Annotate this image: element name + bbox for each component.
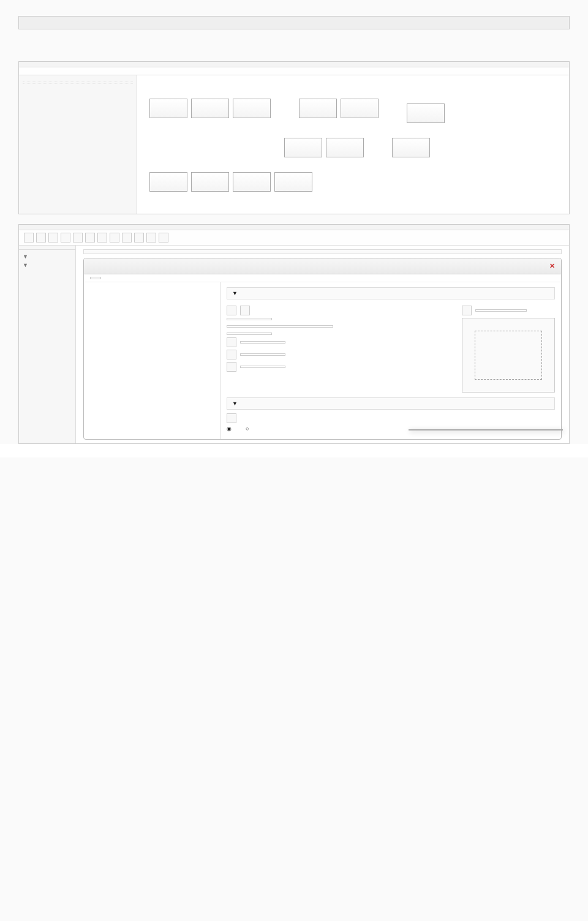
input[interactable] xyxy=(227,333,272,335)
revit-tabs xyxy=(19,62,569,67)
close-icon[interactable]: ✕ xyxy=(549,262,555,270)
thumb xyxy=(326,138,364,157)
thumb xyxy=(392,138,430,157)
toolbar-button[interactable] xyxy=(73,233,83,242)
design-group: ▼ xyxy=(19,252,75,261)
toolbar-button[interactable] xyxy=(85,233,95,242)
input[interactable] xyxy=(240,341,285,344)
toolbar-button[interactable] xyxy=(134,233,144,242)
thumb xyxy=(149,99,187,118)
nav-button[interactable] xyxy=(227,306,236,315)
toolbar-button[interactable] xyxy=(122,233,132,242)
hero-box xyxy=(18,16,570,29)
toolbar-button[interactable] xyxy=(36,233,46,242)
input[interactable] xyxy=(227,318,272,320)
document-group: ▼ xyxy=(19,261,75,269)
toolbar-button[interactable] xyxy=(146,233,156,242)
icon[interactable] xyxy=(462,306,472,315)
input[interactable] xyxy=(240,353,285,356)
thumb xyxy=(233,99,271,118)
toolbar-button[interactable] xyxy=(61,233,70,242)
input[interactable] xyxy=(240,366,285,368)
context-menu[interactable] xyxy=(409,429,563,430)
home-story-select[interactable] xyxy=(227,325,333,328)
nav-button[interactable] xyxy=(240,306,250,315)
thumb xyxy=(284,138,322,157)
thumb xyxy=(191,172,229,192)
thumb xyxy=(191,99,229,118)
thumb xyxy=(274,172,312,192)
dim-icon[interactable] xyxy=(227,337,236,347)
thumb xyxy=(341,99,379,118)
toolbar-button[interactable] xyxy=(110,233,119,242)
toolbar-button[interactable] xyxy=(48,233,58,242)
toolbar-button[interactable] xyxy=(97,233,107,242)
dim-display xyxy=(475,309,527,312)
dim-icon[interactable] xyxy=(227,362,236,372)
thumb xyxy=(299,99,337,118)
preview-box xyxy=(462,318,555,393)
page-footer xyxy=(0,444,588,457)
thumb xyxy=(149,172,187,192)
article-col2 xyxy=(301,38,570,44)
toolbox-title xyxy=(19,246,75,250)
thumb xyxy=(407,103,445,123)
thumb xyxy=(233,172,271,192)
toolbar-button[interactable] xyxy=(159,233,168,242)
icon[interactable] xyxy=(227,413,236,423)
dim-icon[interactable] xyxy=(227,350,236,359)
toolbar-button[interactable] xyxy=(24,233,34,242)
revit-screenshot xyxy=(18,61,570,214)
favorites-button[interactable] xyxy=(90,277,101,279)
archicad-screenshot: ▼ ▼ ✕ ▼ xyxy=(18,224,570,444)
